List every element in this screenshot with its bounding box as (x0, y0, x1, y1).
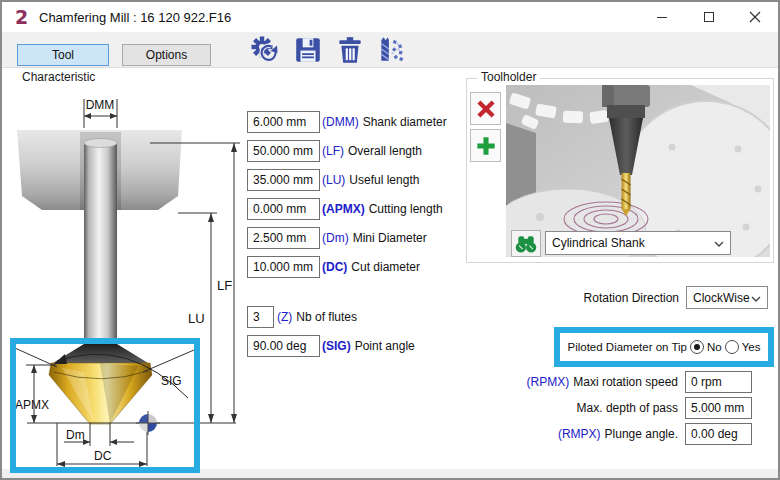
diagram-label-dmm: DMM (86, 98, 115, 112)
maximize-button[interactable] (686, 2, 732, 32)
rmpx-input[interactable] (685, 423, 752, 445)
dmm-label: (DMM)Shank diameter (322, 115, 447, 129)
window-title: Chamfering Mill : 16 120 922.F16 (39, 10, 231, 25)
piloted-yes-label: Yes (742, 341, 761, 353)
tab-options[interactable]: Options (122, 44, 211, 66)
trash-icon (335, 35, 365, 65)
toolbar: Tool Options (2, 32, 778, 68)
save-button[interactable] (293, 35, 323, 65)
dc-input[interactable] (247, 256, 320, 278)
settings-sync-icon (250, 35, 280, 65)
tab-tool[interactable]: Tool (17, 44, 109, 66)
flutes-input[interactable] (247, 306, 274, 328)
piloted-highlight-box: Piloted Diameter on Tip No Yes (554, 327, 774, 367)
dm-label: (Dm)Mini Diameter (322, 231, 427, 245)
dc-label: (DC)Cut diameter (322, 260, 420, 274)
piloted-diameter-label: Piloted Diameter on Tip (567, 341, 687, 353)
minimize-button[interactable] (639, 2, 685, 32)
piloted-yes-radio[interactable] (725, 340, 739, 354)
apmx-label: (APMX)Cutting length (322, 202, 443, 216)
close-icon (749, 11, 761, 23)
title-bar: 2 Chamfering Mill : 16 120 922.F16 (2, 2, 778, 32)
rpmx-label: (RPMX)Maxi rotation speed (442, 375, 678, 389)
maximize-icon (703, 11, 715, 23)
app-logo: 2 (15, 6, 28, 28)
save-icon (293, 35, 323, 65)
chevron-down-icon (751, 296, 761, 302)
binoculars-icon (514, 234, 538, 254)
add-toolholder-button[interactable] (470, 129, 501, 162)
chevron-down-icon (714, 241, 724, 247)
lf-label: (LF)Overall length (322, 144, 422, 158)
chamfering-mill-window: 2 Chamfering Mill : 16 120 922.F16 Tool … (0, 0, 780, 480)
rotation-direction-label: Rotation Direction (482, 291, 679, 305)
depth-of-pass-input[interactable] (685, 397, 752, 419)
rmpx-label: (RMPX)Plunge angle. (442, 427, 678, 441)
lf-input[interactable] (247, 140, 320, 162)
sig-input[interactable] (247, 335, 320, 357)
toolholder-group-label: Toolholder (477, 70, 540, 84)
tool-chips-icon (376, 35, 406, 65)
lu-input[interactable] (247, 169, 320, 191)
minimize-icon (656, 11, 668, 23)
piloted-no-label: No (707, 341, 722, 353)
delete-button[interactable] (335, 35, 365, 65)
piloted-no-radio[interactable] (690, 340, 704, 354)
dmm-input[interactable] (247, 111, 320, 133)
diagram-label-lu: LU (188, 311, 205, 326)
diagram-label-lf: LF (217, 278, 232, 293)
tip-highlight-box (10, 338, 200, 473)
rotation-direction-dropdown[interactable]: ClockWise (686, 286, 768, 309)
dm-input[interactable] (247, 227, 320, 249)
flutes-label: (Z)Nb of flutes (277, 310, 357, 324)
settings-sync-button[interactable] (250, 35, 280, 65)
lu-label: (LU)Useful length (322, 173, 419, 187)
apmx-input[interactable] (247, 198, 320, 220)
remove-icon (475, 98, 497, 120)
rpmx-input[interactable] (685, 371, 752, 393)
search-toolholder-button[interactable] (511, 230, 541, 257)
rotation-direction-value: ClockWise (693, 291, 750, 305)
close-button[interactable] (732, 2, 778, 32)
add-icon (475, 135, 497, 157)
depth-of-pass-label: Max. depth of pass (442, 401, 678, 415)
shank-type-dropdown[interactable]: Cylindrical Shank (545, 231, 731, 255)
shank-type-value: Cylindrical Shank (552, 236, 645, 250)
tool-data-button[interactable] (376, 35, 406, 65)
sig-label: (SIG)Point angle (322, 339, 415, 353)
remove-toolholder-button[interactable] (470, 92, 501, 125)
